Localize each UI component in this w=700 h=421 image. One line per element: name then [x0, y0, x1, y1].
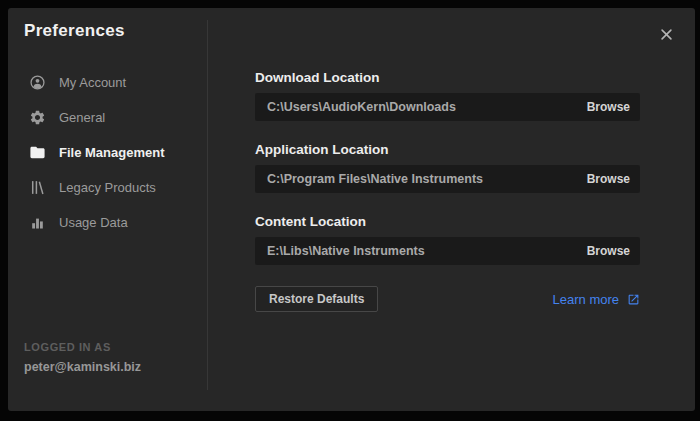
sidebar-item-file-management[interactable]: File Management: [29, 135, 199, 170]
close-icon: [661, 29, 672, 40]
content-browse-button[interactable]: Browse: [587, 244, 630, 258]
sidebar-item-label: My Account: [59, 75, 126, 90]
sidebar-divider: [207, 20, 208, 390]
section-content-location: Content Location E:\Libs\Native Instrume…: [255, 214, 640, 265]
user-icon: [29, 74, 46, 91]
download-browse-button[interactable]: Browse: [587, 100, 630, 114]
section-heading: Download Location: [255, 70, 640, 85]
sidebar-item-my-account[interactable]: My Account: [29, 65, 199, 100]
sidebar-item-label: General: [59, 110, 105, 125]
sidebar: My Account General File Management Legac…: [29, 65, 199, 240]
restore-defaults-button[interactable]: Restore Defaults: [255, 286, 378, 312]
section-download-location: Download Location C:\Users\AudioKern\Dow…: [255, 70, 640, 121]
file-management-content: Download Location C:\Users\AudioKern\Dow…: [255, 70, 640, 312]
sidebar-item-label: Usage Data: [59, 215, 128, 230]
dialog-title: Preferences: [24, 21, 125, 41]
sidebar-item-label: File Management: [59, 145, 164, 160]
application-location-path: C:\Program Files\Native Instruments: [267, 172, 483, 186]
section-heading: Application Location: [255, 142, 640, 157]
bar-chart-icon: [29, 214, 46, 231]
sidebar-item-general[interactable]: General: [29, 100, 199, 135]
learn-more-label: Learn more: [553, 292, 619, 307]
logged-in-label: LOGGED IN AS: [24, 341, 111, 353]
external-link-icon: [627, 293, 640, 306]
application-location-field: C:\Program Files\Native Instruments Brow…: [255, 165, 640, 193]
learn-more-link[interactable]: Learn more: [553, 292, 640, 307]
section-heading: Content Location: [255, 214, 640, 229]
sidebar-item-legacy-products[interactable]: Legacy Products: [29, 170, 199, 205]
bottom-actions-row: Restore Defaults Learn more: [255, 286, 640, 312]
logged-in-email: peter@kaminski.biz: [24, 360, 141, 374]
download-location-field: C:\Users\AudioKern\Downloads Browse: [255, 93, 640, 121]
section-application-location: Application Location C:\Program Files\Na…: [255, 142, 640, 193]
legacy-products-icon: [29, 179, 46, 196]
preferences-dialog: Preferences My Account General File Ma: [8, 8, 695, 411]
gear-icon: [29, 109, 46, 126]
close-button[interactable]: [655, 23, 677, 45]
application-browse-button[interactable]: Browse: [587, 172, 630, 186]
content-location-path: E:\Libs\Native Instruments: [267, 244, 425, 258]
sidebar-item-label: Legacy Products: [59, 180, 156, 195]
download-location-path: C:\Users\AudioKern\Downloads: [267, 100, 456, 114]
content-location-field: E:\Libs\Native Instruments Browse: [255, 237, 640, 265]
folder-icon: [29, 144, 46, 161]
sidebar-item-usage-data[interactable]: Usage Data: [29, 205, 199, 240]
